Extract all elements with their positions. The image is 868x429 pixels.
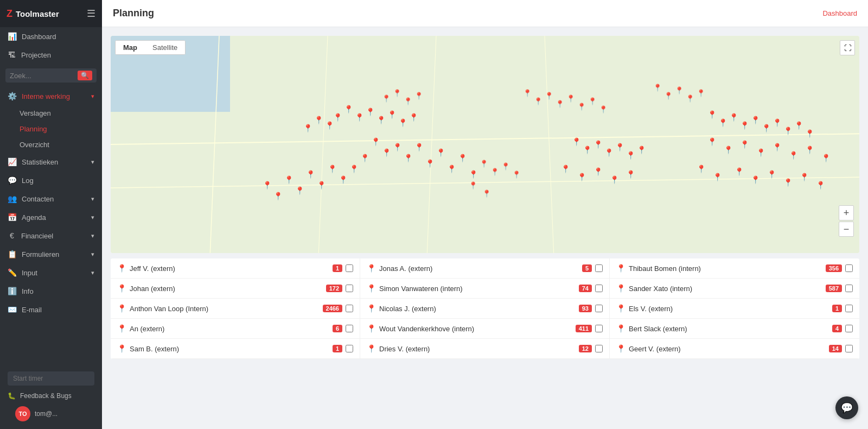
user-email: tom@...	[35, 410, 58, 418]
chevron-down-icon: ▾	[91, 269, 94, 276]
worker-checkbox[interactable]	[595, 345, 603, 352]
sidebar-item-log[interactable]: 💬 Log	[0, 171, 102, 190]
map-tab-map[interactable]: Map	[116, 41, 145, 54]
start-timer-input[interactable]	[8, 371, 94, 386]
svg-text:📍: 📍	[490, 167, 500, 176]
sidebar-item-label: Formulieren	[22, 250, 59, 258]
map-zoom-in-button[interactable]: +	[839, 205, 854, 220]
worker-row: 📍Johan (extern)172	[111, 279, 360, 299]
svg-text:📍: 📍	[303, 124, 313, 133]
logo-icon: Z	[7, 8, 12, 20]
sidebar-sub-planning[interactable]: Planning	[0, 121, 102, 137]
svg-text:📍: 📍	[756, 148, 766, 157]
svg-text:📍: 📍	[314, 116, 324, 125]
sidebar-item-dashboard[interactable]: 📊 Dashboard	[0, 27, 102, 46]
sidebar-item-formulieren[interactable]: 📋 Formulieren ▾	[0, 245, 102, 263]
worker-checkbox[interactable]	[845, 264, 853, 272]
search-button[interactable]: 🔍	[78, 71, 92, 80]
map-tab-satellite[interactable]: Satellite	[145, 41, 185, 54]
svg-text:📍: 📍	[729, 113, 739, 122]
hamburger-icon[interactable]: ☰	[87, 8, 95, 20]
svg-text:📍: 📍	[821, 154, 831, 163]
sidebar-item-label: Contacten	[22, 195, 54, 203]
svg-text:📍: 📍	[371, 137, 381, 147]
worker-badge: 1	[333, 264, 342, 272]
worker-checkbox[interactable]	[845, 285, 853, 292]
svg-text:📍: 📍	[740, 140, 750, 149]
worker-checkbox[interactable]	[346, 285, 353, 292]
worker-checkbox[interactable]	[595, 305, 603, 312]
sidebar-item-agenda[interactable]: 📅 Agenda ▾	[0, 208, 102, 226]
page-title: Planning	[113, 8, 154, 19]
worker-name: Dries V. (extern)	[379, 345, 573, 353]
svg-text:📍: 📍	[707, 110, 717, 119]
svg-text:📍: 📍	[783, 178, 793, 187]
worker-checkbox[interactable]	[595, 264, 603, 272]
sidebar-item-contacten[interactable]: 👥 Contacten ▾	[0, 190, 102, 208]
svg-text:📍: 📍	[697, 89, 706, 98]
worker-checkbox[interactable]	[845, 305, 853, 312]
topbar: Planning Dashboard	[102, 0, 868, 27]
svg-text:📍: 📍	[512, 170, 521, 179]
worker-name: Bert Slack (extern)	[629, 325, 827, 333]
sidebar-item-projecten[interactable]: 🏗 Projecten	[0, 46, 102, 64]
worker-pin-icon: 📍	[117, 304, 126, 313]
sidebar-item-feedback[interactable]: 🐛 Feedback & Bugs	[8, 390, 94, 402]
svg-text:📍: 📍	[794, 121, 804, 130]
worker-row: 📍Dries V. (extern)12	[360, 339, 610, 359]
worker-row: 📍Anthon Van Loop (Intern)2466	[111, 299, 360, 319]
svg-text:📍: 📍	[556, 99, 565, 109]
chat-icon: 💬	[841, 402, 853, 414]
email-icon: ✉️	[8, 305, 17, 314]
sidebar-item-financieel[interactable]: € Financieel ▾	[0, 226, 102, 245]
worker-checkbox[interactable]	[595, 285, 603, 292]
sidebar-logo: Z Toolmaster	[7, 8, 59, 20]
worker-checkbox[interactable]	[346, 305, 353, 312]
sidebar-sub-overzicht[interactable]: Overzicht	[0, 137, 102, 153]
worker-checkbox[interactable]	[346, 325, 353, 332]
worker-badge: 1	[832, 305, 842, 312]
worker-pin-icon: 📍	[367, 324, 376, 333]
worker-name: Wout Vandenkerkhove (intern)	[379, 325, 570, 333]
sidebar-item-input[interactable]: ✏️ Input ▾	[0, 263, 102, 282]
svg-text:📍: 📍	[713, 173, 723, 182]
sidebar-item-email[interactable]: ✉️ E-mail	[0, 300, 102, 319]
map-expand-button[interactable]: ⛶	[840, 40, 855, 55]
search-input[interactable]	[10, 72, 78, 80]
worker-name: Sander Xato (intern)	[629, 285, 820, 293]
svg-text:📍: 📍	[414, 91, 424, 100]
sidebar-item-interne-werking[interactable]: ⚙️ Interne werking ▾	[0, 87, 102, 105]
svg-text:📍: 📍	[610, 175, 620, 185]
sidebar-sub-verslagen[interactable]: Verslagen	[0, 105, 102, 121]
svg-text:📍: 📍	[800, 173, 809, 182]
worker-pin-icon: 📍	[367, 264, 376, 273]
worker-row: 📍Simon Vanwateren (intern)74	[360, 279, 610, 299]
worker-row: 📍Sam B. (extern)1	[111, 339, 360, 359]
svg-text:📍: 📍	[333, 113, 343, 122]
svg-text:📍: 📍	[740, 121, 750, 130]
svg-text:📍: 📍	[344, 105, 354, 114]
worker-badge: 5	[582, 264, 592, 272]
map-zoom-out-button[interactable]: −	[839, 222, 854, 237]
sidebar-item-info[interactable]: ℹ️ Info	[0, 282, 102, 300]
log-icon: 💬	[8, 176, 17, 185]
sidebar-item-label: E-mail	[22, 306, 42, 314]
svg-text:📍: 📍	[458, 154, 468, 163]
worker-checkbox[interactable]	[845, 345, 853, 352]
worker-badge: 4	[832, 325, 842, 332]
worker-name: Geert V. (extern)	[629, 345, 824, 353]
worker-badge: 411	[576, 325, 592, 332]
worker-checkbox[interactable]	[595, 325, 603, 332]
sidebar-item-statistieken[interactable]: 📈 Statistieken ▾	[0, 153, 102, 171]
worker-checkbox[interactable]	[346, 345, 353, 352]
sidebar-bottom: 🐛 Feedback & Bugs TO tom@...	[0, 367, 102, 429]
map-svg: 📍 📍 📍 📍 📍 📍 📍 📍 📍 📍 📍 📍 📍 📍 📍 📍	[111, 36, 859, 253]
svg-text:📍: 📍	[626, 151, 636, 160]
breadcrumb-link[interactable]: Dashboard	[822, 9, 857, 17]
svg-text:📍: 📍	[718, 118, 728, 128]
worker-checkbox[interactable]	[346, 264, 353, 272]
svg-text:📍: 📍	[816, 181, 826, 190]
worker-checkbox[interactable]	[845, 325, 853, 332]
sidebar-item-label: Log	[22, 176, 34, 185]
chat-button[interactable]: 💬	[835, 396, 858, 419]
